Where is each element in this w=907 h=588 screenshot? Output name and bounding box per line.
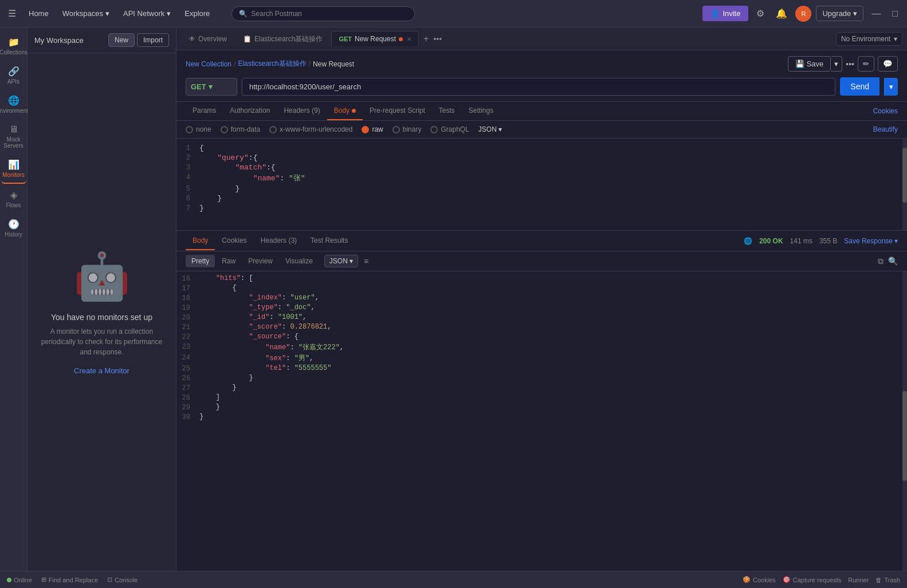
- sidebar-item-collections[interactable]: 📁 Collections: [1, 32, 26, 60]
- tab-overview[interactable]: 👁 Overview: [181, 31, 234, 46]
- tab-close-icon[interactable]: ✕: [407, 36, 411, 42]
- beautify-button[interactable]: Beautify: [873, 125, 898, 133]
- req-tab-tests[interactable]: Tests: [432, 102, 462, 120]
- status-code: 200 OK: [759, 237, 783, 245]
- resp-view-visualize[interactable]: Visualize: [280, 255, 319, 267]
- option-graphql[interactable]: GraphQL: [430, 125, 469, 133]
- sidebar-item-monitors[interactable]: 📊 Monitors: [1, 155, 26, 184]
- request-code-editor[interactable]: 1 { 2 "query":{ 3 "match":{ 4 "name": "张…: [176, 139, 907, 230]
- search-response-button[interactable]: 🔍: [888, 256, 898, 266]
- comment-button[interactable]: 💬: [878, 56, 898, 72]
- req-tab-body[interactable]: Body: [327, 102, 363, 120]
- code-line-7: 7 }: [176, 203, 907, 213]
- more-tabs-button[interactable]: •••: [433, 34, 442, 44]
- req-tab-params[interactable]: Params: [186, 102, 223, 120]
- capture-requests-button[interactable]: 🎯 Capture requests: [783, 576, 841, 583]
- edit-button[interactable]: ✏: [858, 56, 874, 72]
- option-urlencoded[interactable]: x-www-form-urlencoded: [269, 125, 352, 133]
- copy-response-button[interactable]: ⧉: [878, 256, 884, 266]
- runner-button[interactable]: Runner: [848, 576, 869, 583]
- sidebar-item-label: Collections: [0, 49, 28, 56]
- resp-view-preview[interactable]: Preview: [242, 255, 278, 267]
- sidebar-item-mock-servers[interactable]: 🖥 Mock Servers: [1, 120, 26, 153]
- search-bar[interactable]: 🔍 Search Postman: [231, 6, 415, 21]
- resp-tab-cookies[interactable]: Cookies: [215, 232, 253, 250]
- url-input[interactable]: [242, 78, 835, 96]
- workspaces-nav[interactable]: Workspaces ▾: [57, 6, 115, 21]
- cookies-button[interactable]: 🍪 Cookies: [743, 576, 776, 583]
- send-dropdown-button[interactable]: ▾: [884, 78, 898, 96]
- environment-selector[interactable]: No Environment ▾: [836, 32, 902, 46]
- response-code-editor[interactable]: 16 "hits": [ 17 { 18 "_index": "user",: [176, 271, 907, 571]
- req-tab-settings[interactable]: Settings: [462, 102, 500, 120]
- notifications-icon[interactable]: 🔔: [772, 6, 791, 21]
- sidebar-item-history[interactable]: 🕐 History: [1, 214, 26, 242]
- add-tab-button[interactable]: +: [420, 31, 432, 46]
- radio-urlencoded-dot: [269, 126, 277, 133]
- save-dropdown-button[interactable]: ▾: [831, 56, 842, 72]
- cookies-link[interactable]: Cookies: [873, 107, 898, 115]
- flows-icon: ◈: [10, 190, 17, 200]
- resp-line-28: 28 ]: [176, 393, 907, 402]
- wrap-lines-button[interactable]: ≡: [364, 256, 368, 266]
- home-nav[interactable]: Home: [23, 6, 54, 21]
- main-layout: 📁 Collections 🔗 APIs 🌐 Environments 🖥 Mo…: [0, 27, 907, 571]
- left-panel-header: My Workspace New Import: [28, 27, 176, 53]
- new-button[interactable]: New: [108, 33, 135, 47]
- response-view-tabs: Pretty Raw Preview Visualize JSON ▾ ≡ ⧉ …: [176, 251, 907, 271]
- settings-icon[interactable]: ⚙: [753, 6, 768, 21]
- option-raw[interactable]: raw: [362, 125, 383, 133]
- response-format-select[interactable]: JSON ▾: [324, 255, 358, 267]
- save-button[interactable]: 💾 Save: [788, 56, 831, 72]
- req-tab-prerequest[interactable]: Pre-request Script: [363, 102, 432, 120]
- breadcrumb-collection[interactable]: New Collection: [186, 60, 231, 68]
- response-size: 355 B: [819, 237, 837, 245]
- sidebar-item-label: Mock Servers: [3, 136, 24, 149]
- tab-elasticsearch[interactable]: 📋 Elasticsearch基础操作: [235, 30, 330, 48]
- bottom-right: 🍪 Cookies 🎯 Capture requests Runner 🗑 Tr…: [743, 576, 900, 583]
- req-tab-authorization[interactable]: Authorization: [223, 102, 277, 120]
- tab-unsaved-dot: [399, 37, 403, 41]
- option-binary[interactable]: binary: [392, 125, 422, 133]
- trash-button[interactable]: 🗑 Trash: [875, 576, 900, 583]
- resp-tab-body[interactable]: Body: [186, 232, 215, 250]
- topbar-nav: Home Workspaces ▾ API Network ▾ Explore: [23, 6, 215, 21]
- explore-nav[interactable]: Explore: [179, 6, 215, 21]
- capture-icon: 🎯: [783, 576, 791, 583]
- maximize-button[interactable]: □: [889, 6, 901, 21]
- menu-icon[interactable]: ☰: [6, 6, 18, 21]
- tab-new-request[interactable]: GET New Request ✕: [331, 31, 419, 46]
- resp-view-pretty[interactable]: Pretty: [186, 255, 215, 267]
- console-button[interactable]: ⊡ Console: [107, 576, 138, 583]
- cookies-icon: 🍪: [743, 576, 751, 583]
- resp-view-raw[interactable]: Raw: [216, 255, 241, 267]
- minimize-button[interactable]: —: [868, 6, 884, 21]
- req-tab-headers[interactable]: Headers (9): [277, 102, 327, 120]
- resp-line-24: 24 "sex": "男",: [176, 353, 907, 364]
- option-none[interactable]: none: [186, 125, 211, 133]
- sidebar-item-apis[interactable]: 🔗 APIs: [1, 61, 26, 89]
- option-form-data[interactable]: form-data: [221, 125, 260, 133]
- sidebar-item-environments[interactable]: 🌐 Environments: [1, 90, 26, 119]
- send-button[interactable]: Send: [840, 77, 879, 96]
- more-actions-button[interactable]: •••: [846, 60, 854, 69]
- upgrade-button[interactable]: Upgrade ▾: [816, 6, 863, 21]
- api-network-nav[interactable]: API Network ▾: [117, 6, 176, 21]
- topbar-right: 👤 Invite ⚙ 🔔 R Upgrade ▾ — □: [702, 6, 901, 22]
- response-scrollbar: [902, 271, 907, 571]
- breadcrumb-folder[interactable]: Elasticsearch基础操作: [238, 59, 306, 69]
- breadcrumb-actions: 💾 Save ▾ ••• ✏ 💬: [788, 56, 898, 72]
- sidebar-item-flows[interactable]: ◈ Flows: [1, 185, 26, 213]
- import-button[interactable]: Import: [137, 33, 169, 47]
- json-format-select[interactable]: JSON ▾: [478, 125, 502, 133]
- invite-button[interactable]: 👤 Invite: [702, 6, 748, 21]
- method-select[interactable]: GET ▾: [186, 78, 237, 96]
- save-response-button[interactable]: Save Response ▾: [844, 237, 898, 245]
- response-time: 141 ms: [790, 237, 812, 245]
- create-monitor-link[interactable]: Create a Monitor: [74, 366, 129, 375]
- find-replace-button[interactable]: ⊞ Find and Replace: [41, 576, 98, 583]
- request-tabs: Params Authorization Headers (9) Body Pr…: [176, 102, 907, 121]
- resp-tab-headers[interactable]: Headers (3): [254, 232, 304, 250]
- resp-tab-test-results[interactable]: Test Results: [304, 232, 355, 250]
- history-icon: 🕐: [8, 219, 19, 230]
